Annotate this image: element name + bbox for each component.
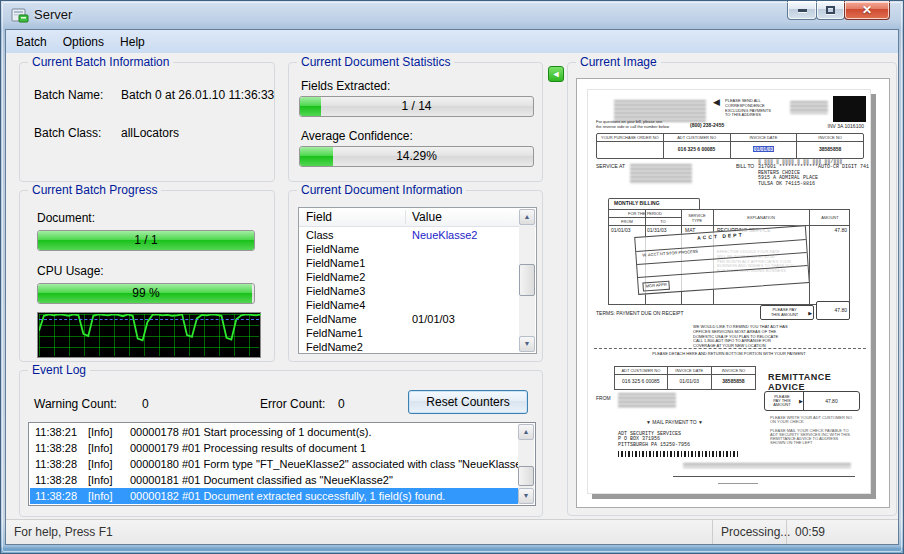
close-icon: ✕ <box>862 3 872 17</box>
warning-count-value: 0 <box>142 397 149 411</box>
log-entry[interactable]: 11:38:28 [Info] 00000182 #01 Document ex… <box>30 488 518 504</box>
scrollbar-thumb[interactable] <box>519 264 535 296</box>
doc-col-label: TO <box>645 219 681 224</box>
scroll-up-icon[interactable]: ▲ <box>519 209 535 225</box>
doc-amount-due: 47.80 <box>803 392 859 410</box>
close-button[interactable]: ✕ <box>844 1 890 20</box>
field-name-cell: Class <box>306 228 334 242</box>
log-entry[interactable]: 11:38:21 [Info] 00000178 #01 Start proce… <box>30 424 518 440</box>
doc-inv-ref: INV 3A 1016100 <box>828 124 864 129</box>
doc-stamp-row: W. ACCT NT STOR PROCESS <box>642 250 698 259</box>
doc-col-value: 016 325 6 00085 <box>615 379 667 384</box>
doc-table-line <box>609 225 849 226</box>
reset-counters-button[interactable]: Reset Counters <box>408 390 528 414</box>
doc-col-label: YOUR PURCHASE ORDER NO <box>597 135 663 142</box>
window-title: Server <box>34 7 72 22</box>
table-row[interactable]: Class NeueKlasse2 <box>299 228 519 242</box>
doc-cell-value: 01/01/03 <box>611 228 630 233</box>
cpu-threshold-line <box>39 319 259 320</box>
doc-service-at-label: SERVICE AT <box>596 164 625 169</box>
window-icon[interactable] <box>11 7 29 23</box>
log-entry[interactable]: 11:38:28 [Info] 00000180 #01 Form type "… <box>30 456 518 472</box>
scroll-down-icon[interactable]: ▼ <box>519 336 535 352</box>
scroll-up-icon[interactable]: ▲ <box>518 424 534 440</box>
menu-bar: BatchOptionsHelp <box>6 30 898 53</box>
field-value-cell: NeueKlasse2 <box>412 228 477 242</box>
cpu-progressbar: 99 % <box>37 283 255 304</box>
doc-col-label: INVOICE DATE <box>668 368 711 375</box>
batch-class-value: allLocators <box>121 126 179 140</box>
menu-item[interactable]: Help <box>112 32 153 52</box>
error-count-value: 0 <box>338 397 345 411</box>
table-row[interactable]: FieldName1 <box>299 256 519 270</box>
doc-check-notes: PLEASE WRITE YOUR ADT CUSTOMER NO ON YOU… <box>770 416 852 445</box>
status-processing: Processing... <box>712 520 786 544</box>
batch-class-label: Batch Class: <box>34 126 101 140</box>
doc-detach-separator <box>594 348 866 349</box>
maximize-icon <box>826 6 835 14</box>
doc-arrow-icon: ◀ <box>713 99 720 105</box>
progress-text: 1 / 14 <box>300 97 533 116</box>
doc-payee-address: ADT SECURITY SERVICES P O BOX 371956 PIT… <box>618 432 690 448</box>
table-scrollbar[interactable]: ▲ ▼ <box>519 209 535 352</box>
doc-col-value: 38585858 <box>797 146 863 152</box>
table-row[interactable]: FeldName1 <box>299 326 519 340</box>
log-scrollbar[interactable]: ▲ ▼ <box>518 424 534 504</box>
doc-please-pay-label: PLEASE PAY THIS AMOUNT <box>761 308 808 316</box>
group-title: Current Image <box>576 55 661 69</box>
column-header-value[interactable]: Value <box>412 210 442 224</box>
avg-confidence-label: Average Confidence: <box>301 129 413 143</box>
group-title: Current Document Statistics <box>297 55 454 69</box>
field-name-cell: FieldName1 <box>306 256 365 270</box>
doc-phone: (800) 238-2455 <box>690 122 724 128</box>
group-title: Current Batch Progress <box>28 183 161 197</box>
titlebar[interactable]: Server ✕ <box>1 1 903 29</box>
doc-col-label: INVOICE NO <box>797 135 863 142</box>
doc-col-label: ADT CUSTOMER NO <box>615 368 667 375</box>
doc-footer-line <box>673 476 855 477</box>
doc-remit-col: INVOICE NO 38585858 <box>711 367 755 389</box>
doc-redaction-box <box>833 96 866 122</box>
group-current-image: Current Image ◀ PLEASE SEND ALL CORRESPO… <box>567 62 897 516</box>
table-header[interactable]: Field Value <box>299 208 536 227</box>
table-row[interactable]: FieldName <box>299 242 519 256</box>
table-row[interactable]: FeldName 01/01/03 <box>299 312 519 326</box>
group-title: Current Batch Information <box>28 55 173 69</box>
table-row[interactable]: FeldName2 <box>299 340 519 354</box>
table-row[interactable]: FieldName2 <box>299 270 519 284</box>
column-divider[interactable] <box>405 210 406 224</box>
log-message: 00000182 #01 Document extracted successf… <box>130 488 518 504</box>
scanned-document-preview: ◀ PLEASE SEND ALL CORRESPONDENCE EXCLUDI… <box>587 89 871 494</box>
scroll-down-icon[interactable]: ▼ <box>518 488 534 504</box>
doc-amount-due: 47.80 <box>834 308 849 313</box>
column-header-field[interactable]: Field <box>306 210 332 224</box>
document-progress-label: Document: <box>37 211 95 225</box>
doc-monthly-billing-box: MONTHLY BILLING <box>608 198 700 209</box>
menu-item[interactable]: Batch <box>8 32 55 52</box>
field-value-cell: 01/01/03 <box>412 312 455 326</box>
doc-bill-to-label: BILL TO <box>736 164 754 169</box>
field-name-cell: FieldName <box>306 242 359 256</box>
doc-acct-dept-stamp: ACCT DEPT W. ACCT NT STOR PROCESS MGR AP… <box>634 225 810 295</box>
table-row[interactable]: FieldName4 <box>299 298 519 312</box>
log-message: 00000179 #01 Processing results of docum… <box>130 440 518 456</box>
minimize-button[interactable] <box>787 1 817 20</box>
group-batch-information: Current Batch Information Batch Name: Ba… <box>19 62 275 182</box>
maximize-button[interactable] <box>816 1 845 20</box>
event-log-list: 11:38:21 [Info] 00000178 #01 Start proce… <box>28 422 536 506</box>
table-row[interactable]: FieldName3 <box>299 284 519 298</box>
menu-item[interactable]: Options <box>55 32 112 52</box>
collapse-image-panel-button[interactable]: ◄ <box>548 66 564 82</box>
doc-table-line <box>609 217 681 218</box>
doc-remit-table: ADT CUSTOMER NO 016 325 6 00085 INVOICE … <box>614 366 756 390</box>
scrollbar-thumb[interactable] <box>518 466 534 486</box>
log-entry[interactable]: 11:38:28 [Info] 00000179 #01 Processing … <box>30 440 518 456</box>
doc-bill-to-address: ‖ ‖‖‖ ‖ ‖‖‖‖ ‖ ‖‖ ‖‖‖ ‖‖/‖‖‖ 317001 ****… <box>758 160 869 187</box>
log-time: 11:38:21 <box>30 424 88 440</box>
log-entry[interactable]: 11:38:28 [Info] 00000181 #01 Document cl… <box>30 472 518 488</box>
doc-header-col: YOUR PURCHASE ORDER NO <box>597 134 663 158</box>
doc-stamp-approval: MGR APPR <box>642 281 670 292</box>
group-document-statistics: Current Document Statistics Fields Extra… <box>288 62 543 182</box>
field-name-cell: FeldName2 <box>306 340 363 354</box>
log-level: [Info] <box>88 456 130 472</box>
